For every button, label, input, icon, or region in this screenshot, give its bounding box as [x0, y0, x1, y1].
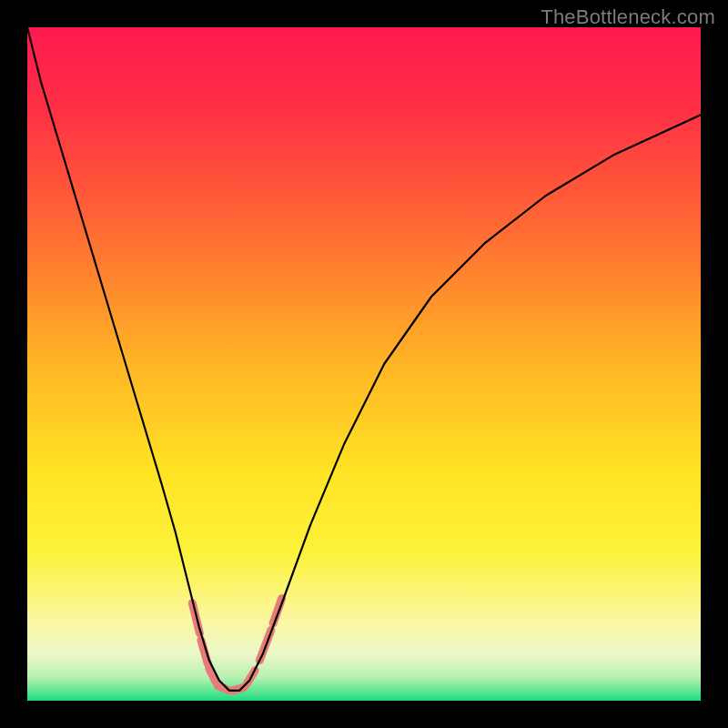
gradient-background	[27, 27, 701, 701]
watermark-text: TheBottleneck.com	[541, 5, 715, 29]
chart-frame: TheBottleneck.com	[0, 0, 728, 728]
bottleneck-chart	[27, 27, 701, 701]
plot-area	[27, 27, 701, 701]
